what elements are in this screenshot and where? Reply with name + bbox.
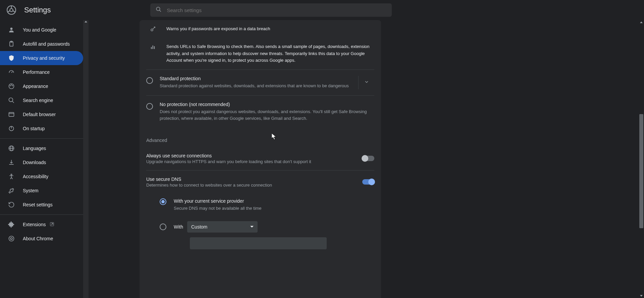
restore-icon bbox=[8, 201, 15, 208]
svg-point-23 bbox=[9, 236, 14, 241]
radio-title: No protection (not recommended) bbox=[160, 102, 374, 107]
radio-standard-protection[interactable]: Standard protection Standard protection … bbox=[146, 69, 374, 95]
shield-icon bbox=[8, 55, 15, 61]
sidebar-item-search-engine[interactable]: Search engine bbox=[0, 93, 83, 107]
svg-point-11 bbox=[12, 86, 13, 86]
sidebar-item-performance[interactable]: Performance bbox=[0, 65, 83, 79]
svg-rect-14 bbox=[9, 112, 14, 116]
radio-icon[interactable] bbox=[160, 198, 166, 205]
sidebar-item-label: System bbox=[23, 188, 39, 193]
search-container[interactable] bbox=[150, 3, 392, 17]
sidebar-item-label: Accessibility bbox=[23, 174, 48, 179]
accessibility-icon bbox=[8, 173, 15, 180]
svg-point-10 bbox=[11, 85, 12, 85]
select-value: Custom bbox=[191, 224, 207, 230]
toggle-title: Always use secure connections bbox=[146, 153, 362, 158]
radio-title: Standard protection bbox=[160, 76, 354, 81]
speedometer-icon bbox=[8, 69, 15, 76]
chevron-down-icon bbox=[364, 79, 369, 86]
radio-icon[interactable] bbox=[146, 77, 153, 84]
dns-custom-input[interactable] bbox=[190, 237, 327, 249]
dns-options: With your current service provider Secur… bbox=[146, 194, 374, 254]
sidebar-item-about[interactable]: About Chrome bbox=[0, 232, 83, 246]
header: Settings bbox=[0, 0, 644, 20]
page-scrollbar[interactable] bbox=[639, 20, 644, 298]
sidebar-item-label: Appearance bbox=[23, 84, 48, 89]
radio-no-protection[interactable]: No protection (not recommended) Does not… bbox=[146, 95, 374, 128]
globe-icon bbox=[8, 145, 15, 152]
clipboard-icon bbox=[8, 41, 15, 47]
sidebar-item-languages[interactable]: Languages bbox=[0, 141, 83, 155]
dns-custom-input-row bbox=[160, 237, 374, 254]
page-title: Settings bbox=[24, 6, 51, 14]
sidebar-item-extensions[interactable]: Extensions bbox=[0, 217, 83, 232]
radio-desc: Does not protect you against dangerous w… bbox=[160, 108, 374, 122]
sidebar-item-reset[interactable]: Reset settings bbox=[0, 198, 83, 212]
magnify-icon bbox=[8, 97, 15, 104]
section-advanced: Advanced bbox=[146, 128, 374, 147]
expand-button[interactable] bbox=[358, 76, 374, 89]
sidebar-item-you-and-google[interactable]: You and Google bbox=[0, 23, 83, 37]
sidebar-item-autofill[interactable]: Autofill and passwords bbox=[0, 37, 83, 51]
toggle-title: Use secure DNS bbox=[146, 177, 362, 182]
scroll-thumb[interactable] bbox=[639, 114, 643, 228]
search-input[interactable] bbox=[167, 7, 386, 13]
info-row-urls: Sends URLs to Safe Browsing to check the… bbox=[146, 38, 374, 69]
dns-option-provider[interactable]: With your current service provider Secur… bbox=[160, 194, 374, 216]
scroll-down-icon bbox=[640, 295, 643, 297]
sidebar-divider bbox=[0, 138, 83, 139]
person-icon bbox=[8, 27, 15, 33]
chevron-down-icon bbox=[250, 226, 254, 228]
sidebar-item-label: On startup bbox=[23, 126, 45, 131]
svg-line-13 bbox=[12, 101, 14, 103]
wrench-icon bbox=[8, 187, 15, 194]
radio-icon[interactable] bbox=[146, 103, 153, 110]
sidebar-item-system[interactable]: System bbox=[0, 184, 83, 198]
sidebar-item-label: Default browser bbox=[23, 112, 56, 117]
svg-point-1 bbox=[10, 8, 13, 11]
external-link-icon bbox=[50, 222, 54, 228]
toggle-https[interactable] bbox=[362, 156, 374, 161]
dns-provider-select[interactable]: Custom bbox=[187, 221, 258, 233]
scroll-up-icon bbox=[85, 21, 87, 22]
sidebar-item-label: Autofill and passwords bbox=[23, 41, 70, 47]
svg-point-4 bbox=[10, 28, 13, 30]
svg-point-21 bbox=[11, 174, 12, 175]
toggle-desc: Upgrade navigations to HTTPS and warn yo… bbox=[146, 159, 362, 164]
sidebar-item-downloads[interactable]: Downloads bbox=[0, 155, 83, 169]
radio-desc: Standard protection against websites, do… bbox=[160, 83, 354, 89]
download-icon bbox=[8, 159, 15, 166]
dns-with-label: With bbox=[174, 224, 183, 230]
sidebar-item-privacy[interactable]: Privacy and security bbox=[0, 51, 83, 65]
sidebar-item-label: Search engine bbox=[23, 98, 53, 103]
dns-option-custom[interactable]: With Custom bbox=[160, 216, 374, 237]
main-content: Warns you if passwords are exposed in a … bbox=[140, 20, 381, 298]
sidebar-divider bbox=[0, 214, 83, 215]
info-text: Sends URLs to Safe Browsing to check the… bbox=[166, 43, 374, 64]
extension-icon bbox=[8, 221, 15, 228]
sidebar-scrollbar[interactable] bbox=[83, 20, 89, 298]
toggle-dns[interactable] bbox=[362, 179, 374, 185]
sidebar-item-label: Languages bbox=[23, 146, 46, 151]
sidebar-item-accessibility[interactable]: Accessibility bbox=[0, 169, 83, 184]
search-icon bbox=[156, 6, 167, 14]
sidebar-item-default-browser[interactable]: Default browser bbox=[0, 107, 83, 121]
svg-rect-26 bbox=[151, 47, 152, 49]
info-row-passwords: Warns you if passwords are exposed in a … bbox=[146, 20, 374, 38]
toggle-desc: Determines how to connect to websites ov… bbox=[146, 183, 362, 188]
toggle-row-https: Always use secure connections Upgrade na… bbox=[146, 147, 374, 170]
sidebar-item-on-startup[interactable]: On startup bbox=[0, 121, 83, 136]
sidebar-item-label: Extensions bbox=[23, 222, 46, 227]
dns-option-desc: Secure DNS may not be available all the … bbox=[174, 205, 262, 212]
scroll-down-icon bbox=[85, 296, 87, 297]
radio-icon[interactable] bbox=[160, 224, 166, 230]
svg-point-24 bbox=[10, 238, 12, 240]
svg-line-3 bbox=[159, 10, 161, 12]
svg-rect-28 bbox=[154, 46, 155, 49]
sidebar-item-appearance[interactable]: Appearance bbox=[0, 79, 83, 93]
sidebar: You and Google Autofill and passwords Pr… bbox=[0, 20, 83, 298]
chrome-icon bbox=[8, 235, 15, 242]
sidebar-item-label: Downloads bbox=[23, 160, 46, 165]
sidebar-item-label: About Chrome bbox=[23, 236, 53, 241]
svg-point-25 bbox=[151, 29, 153, 31]
